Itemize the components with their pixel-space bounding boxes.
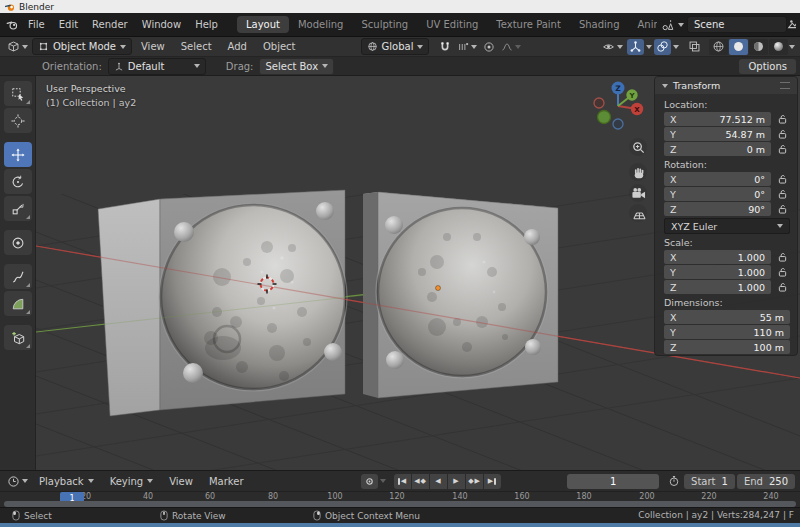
menu-object[interactable]: Object: [256, 41, 303, 52]
snap-settings-button[interactable]: [455, 39, 479, 55]
tool-transform[interactable]: [4, 230, 32, 255]
menu-select[interactable]: Select: [174, 41, 219, 52]
options-button[interactable]: Options: [739, 59, 796, 74]
mold-block-left[interactable]: [98, 190, 347, 416]
pan-view-button[interactable]: [629, 163, 647, 181]
gizmo-axis-neg-x[interactable]: [594, 98, 604, 108]
interaction-mode-dropdown[interactable]: Object Mode: [32, 38, 132, 55]
chevron-down-icon[interactable]: [673, 45, 679, 49]
menu-edit[interactable]: Edit: [52, 19, 85, 30]
tool-scale[interactable]: [4, 196, 32, 221]
viewport-3d[interactable]: User Perspective (1) Collection | ay2 Z …: [36, 76, 800, 470]
scale-z-field[interactable]: Z 1.000: [664, 280, 771, 294]
snap-toggle-button[interactable]: [437, 39, 453, 55]
gizmo-axis-neg-y[interactable]: [598, 111, 611, 124]
lock-icon[interactable]: [775, 189, 790, 199]
menu-add[interactable]: Add: [221, 41, 254, 52]
timeline-menu-playback[interactable]: Playback: [32, 476, 101, 487]
chevron-down-icon[interactable]: [789, 45, 795, 49]
rotation-z-field[interactable]: Z 90°: [664, 202, 771, 216]
tab-layout[interactable]: Layout: [237, 16, 289, 33]
lock-icon[interactable]: [775, 144, 790, 154]
tab-animation[interactable]: Animation: [629, 16, 658, 33]
proportional-editing-button[interactable]: [481, 39, 497, 55]
scene-name-field[interactable]: Scene: [687, 16, 787, 33]
scale-y-field[interactable]: Y 1.000: [664, 265, 771, 279]
object-visibility-button[interactable]: [600, 39, 625, 55]
tab-texture-paint[interactable]: Texture Paint: [487, 16, 570, 33]
menu-render[interactable]: Render: [85, 19, 135, 30]
jump-to-end-button[interactable]: ▶: [484, 474, 501, 489]
scene-selector[interactable]: Scene: [661, 16, 787, 33]
tab-shading[interactable]: Shading: [570, 16, 629, 33]
rotation-x-field[interactable]: X 0°: [664, 172, 771, 186]
editor-type-button[interactable]: [5, 39, 30, 55]
overlays-toggle-button[interactable]: [654, 39, 671, 55]
play-button[interactable]: ▶: [448, 474, 465, 489]
tool-cursor[interactable]: [4, 108, 32, 133]
timeline-editor-type-button[interactable]: [5, 473, 30, 489]
shading-material-button[interactable]: [749, 39, 768, 55]
tool-move[interactable]: [4, 142, 32, 167]
timeline-ruler[interactable]: 20 40 60 80 100 120 140 160 180 200 220 …: [0, 491, 800, 508]
timeline-menu-keying[interactable]: Keying: [103, 476, 161, 487]
tab-modeling[interactable]: Modeling: [289, 16, 353, 33]
transform-panel-header[interactable]: Transform Transform: [655, 77, 797, 94]
camera-view-button[interactable]: [629, 184, 647, 202]
orientation-setting-dropdown[interactable]: Default: [108, 58, 206, 75]
jump-to-start-button[interactable]: ◀: [394, 474, 411, 489]
menu-file[interactable]: File: [21, 19, 52, 30]
timeline-menu-marker[interactable]: Marker: [202, 476, 251, 487]
lock-icon[interactable]: [775, 282, 790, 292]
location-x-field[interactable]: X 77.512 m: [664, 112, 771, 126]
tab-uv-editing[interactable]: UV Editing: [417, 16, 487, 33]
tab-sculpting[interactable]: Sculpting: [352, 16, 417, 33]
mold-block-right[interactable]: [363, 192, 558, 398]
lock-icon[interactable]: [775, 204, 790, 214]
proportional-falloff-button[interactable]: [499, 39, 523, 55]
lock-icon[interactable]: [775, 252, 790, 262]
frame-end-field[interactable]: End 250: [737, 474, 795, 489]
dimensions-z-field[interactable]: Z 100 m: [664, 340, 790, 354]
chevron-down-icon[interactable]: [646, 45, 652, 49]
location-y-field[interactable]: Y 54.87 m: [664, 127, 771, 141]
dimensions-x-field[interactable]: X 55 m: [664, 310, 790, 324]
xray-toggle-button[interactable]: [686, 39, 703, 55]
tool-select-box[interactable]: [4, 81, 32, 106]
play-reverse-button[interactable]: ◀: [430, 474, 447, 489]
menu-help[interactable]: Help: [188, 19, 225, 30]
scale-x-field[interactable]: X 1.000: [664, 250, 771, 264]
next-keyframe-button[interactable]: ◆▶: [466, 474, 483, 489]
lock-icon[interactable]: [775, 114, 790, 124]
drag-setting-dropdown[interactable]: Select Box: [259, 58, 334, 75]
lock-icon[interactable]: [775, 267, 790, 277]
location-z-field[interactable]: Z 0 m: [664, 142, 771, 156]
transform-orientation-dropdown[interactable]: Global: [361, 38, 430, 55]
navigation-gizmo[interactable]: Z Y X: [588, 78, 648, 136]
rotation-mode-dropdown[interactable]: XYZ Euler: [664, 218, 790, 234]
tool-measure[interactable]: [4, 291, 32, 316]
dimensions-y-field[interactable]: Y 110 m: [664, 325, 790, 339]
zoom-view-button[interactable]: [629, 138, 647, 156]
tool-rotate[interactable]: [4, 169, 32, 194]
shading-wireframe-button[interactable]: [709, 39, 728, 55]
use-preview-range-button[interactable]: [666, 473, 682, 489]
rotation-y-field[interactable]: Y 0°: [664, 187, 771, 201]
menu-window[interactable]: Window: [135, 19, 188, 30]
gizmos-toggle-button[interactable]: [627, 39, 644, 55]
blender-menu-icon[interactable]: [4, 17, 21, 33]
shading-rendered-button[interactable]: [769, 39, 788, 55]
menu-view[interactable]: View: [134, 41, 172, 52]
perspective-toggle-button[interactable]: [629, 204, 647, 222]
tool-add-cube[interactable]: [4, 325, 32, 350]
auto-keying-button[interactable]: [361, 474, 378, 489]
timeline-menu-view[interactable]: View: [162, 476, 200, 487]
tool-annotate[interactable]: [4, 264, 32, 289]
gizmo-axis-neg-z[interactable]: [613, 119, 623, 129]
frame-start-field[interactable]: Start 1: [684, 474, 735, 489]
shading-solid-button[interactable]: [729, 39, 748, 55]
view-layer-icon[interactable]: [787, 17, 796, 33]
previous-keyframe-button[interactable]: ◀◆: [412, 474, 429, 489]
lock-icon[interactable]: [775, 174, 790, 184]
lock-icon[interactable]: [775, 129, 790, 139]
